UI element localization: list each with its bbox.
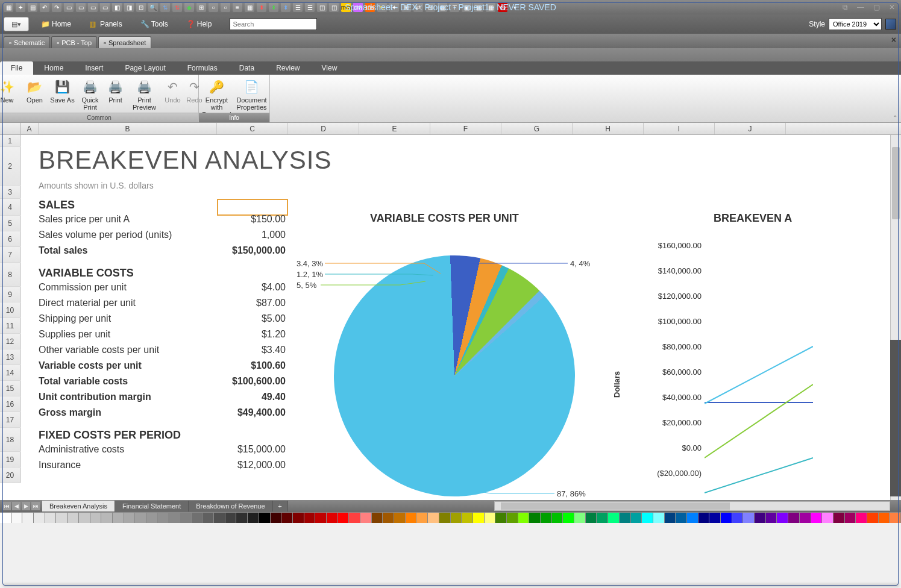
palette-swatch[interactable] (135, 513, 146, 523)
menu-tools[interactable]: 🔧Tools (140, 20, 168, 28)
ribbon-tab-view[interactable]: View (311, 61, 348, 75)
spreadsheet-grid[interactable]: 1234567891011121314151617181920 BREAKEVE… (0, 135, 901, 500)
ribbon-tab-file[interactable]: File (0, 61, 33, 75)
ribbon-tab-insert[interactable]: Insert (74, 61, 114, 75)
row-header[interactable]: 16 (0, 396, 20, 412)
qa-icon[interactable]: ⇅ (160, 2, 170, 12)
open-button[interactable]: 📂Open (21, 77, 49, 111)
palette-swatch[interactable] (394, 513, 406, 523)
save-as-button[interactable]: 💾Save As (49, 77, 77, 111)
qa-icon[interactable]: ⬍ (281, 2, 290, 12)
app-icon[interactable]: ▦ (4, 2, 13, 12)
palette-swatch[interactable] (271, 513, 282, 523)
palette-swatch[interactable] (146, 513, 158, 523)
palette-swatch[interactable] (811, 513, 823, 523)
minimize-icon[interactable]: — (855, 2, 866, 12)
palette-swatch[interactable] (676, 513, 687, 523)
palette-swatch[interactable] (101, 513, 113, 523)
palette-swatch[interactable] (563, 513, 574, 523)
qa-icon[interactable]: ▭ (88, 2, 98, 12)
qa-icon[interactable]: ✦ (16, 2, 25, 12)
qa-icon[interactable]: ⇅ (172, 2, 182, 12)
qa-icon[interactable]: ▦ (245, 2, 254, 12)
palette-swatch[interactable] (225, 513, 237, 523)
ribbon-tab-page-layout[interactable]: Page Layout (114, 61, 176, 75)
column-header[interactable]: F (430, 123, 501, 134)
palette-swatch[interactable] (822, 513, 834, 523)
palette-swatch[interactable] (416, 513, 428, 523)
restore-down-icon[interactable]: ⧉ (840, 2, 850, 12)
next-sheet-icon[interactable]: ▶ (22, 502, 30, 510)
palette-swatch[interactable] (473, 513, 485, 523)
doc-tab[interactable]: ▫Schematic (4, 36, 50, 48)
palette-swatch[interactable] (327, 513, 338, 523)
qa-icon[interactable]: ⊡ (136, 2, 146, 12)
qa-icon[interactable]: ▭ (64, 2, 74, 12)
palette-swatch[interactable] (620, 513, 631, 523)
palette-swatch[interactable] (586, 513, 597, 523)
palette-swatch[interactable] (158, 513, 169, 523)
ribbon-tab-home[interactable]: Home (33, 61, 74, 75)
palette-swatch[interactable] (372, 513, 383, 523)
row-header[interactable]: 20 (0, 468, 20, 483)
qa-icon[interactable]: ◫ (329, 2, 339, 12)
qa-icon[interactable]: ○ (221, 2, 230, 12)
palette-swatch[interactable] (360, 513, 372, 523)
palette-swatch[interactable] (0, 513, 11, 523)
qa-icon[interactable]: ▭ (76, 2, 86, 12)
redo-icon[interactable]: ↷ (52, 2, 61, 12)
ribbon-tab-review[interactable]: Review (265, 61, 310, 75)
palette-swatch[interactable] (90, 513, 102, 523)
palette-swatch[interactable] (687, 513, 699, 523)
last-sheet-icon[interactable]: ⏭ (31, 502, 40, 510)
qa-icon[interactable]: ☰ (305, 2, 315, 12)
scroll-thumb[interactable] (892, 147, 900, 219)
palette-swatch[interactable] (304, 513, 316, 523)
row-header[interactable]: 9 (0, 287, 20, 302)
palette-swatch[interactable] (856, 513, 867, 523)
qa-icon[interactable]: ≡ (233, 2, 242, 12)
print-preview-button[interactable]: 🖨️Print Preview (127, 77, 162, 111)
scroll-thumb[interactable] (501, 502, 730, 510)
column-header[interactable]: I (644, 123, 715, 134)
row-header[interactable]: 11 (0, 318, 20, 334)
sheet-content[interactable]: BREAKEVEN ANALYSIS Amounts shown in U.S.… (20, 135, 901, 500)
row-header[interactable]: 18 (0, 428, 20, 452)
palette-swatch[interactable] (834, 513, 845, 523)
palette-swatch[interactable] (67, 513, 79, 523)
row-header[interactable]: 2 (0, 147, 20, 186)
add-sheet-button[interactable]: + (273, 501, 288, 511)
close-icon[interactable]: ✕ (887, 2, 897, 12)
palette-swatch[interactable] (406, 513, 417, 523)
palette-swatch[interactable] (867, 513, 879, 523)
row-header[interactable]: 3 (0, 186, 20, 199)
qa-icon[interactable]: ⬍ (257, 2, 266, 12)
palette-swatch[interactable] (518, 513, 530, 523)
qa-icon[interactable]: ◧ (112, 2, 122, 12)
palette-swatch[interactable] (248, 513, 259, 523)
column-header[interactable]: D (288, 123, 359, 134)
palette-swatch[interactable] (766, 513, 777, 523)
qa-icon[interactable]: ◫ (317, 2, 327, 12)
palette-swatch[interactable] (755, 513, 766, 523)
palette-swatch[interactable] (495, 513, 507, 523)
palette-swatch[interactable] (507, 513, 518, 523)
palette-swatch[interactable] (113, 513, 124, 523)
sheet-tab[interactable]: Breakeven Analysis (42, 501, 115, 511)
qa-icon[interactable]: ▭ (100, 2, 110, 12)
undo-icon[interactable]: ↶ (40, 2, 49, 12)
horizontal-scrollbar[interactable] (494, 501, 890, 511)
palette-swatch[interactable] (485, 513, 496, 523)
ribbon-tab-formulas[interactable]: Formulas (177, 61, 228, 75)
qa-icon[interactable]: ⬍ (269, 2, 278, 12)
row-header[interactable]: 6 (0, 231, 20, 247)
palette-swatch[interactable] (574, 513, 586, 523)
encrypt-button[interactable]: 🔑Encrypt with Password (199, 77, 234, 118)
theme-color-button[interactable] (885, 19, 896, 30)
row-header[interactable]: 5 (0, 216, 20, 231)
palette-swatch[interactable] (202, 513, 214, 523)
doc-tab[interactable]: ▫Spreadsheet (98, 36, 151, 48)
palette-swatch[interactable] (383, 513, 394, 523)
qa-icon[interactable]: ⊞ (196, 2, 206, 12)
ribbon-tab-data[interactable]: Data (228, 61, 265, 75)
